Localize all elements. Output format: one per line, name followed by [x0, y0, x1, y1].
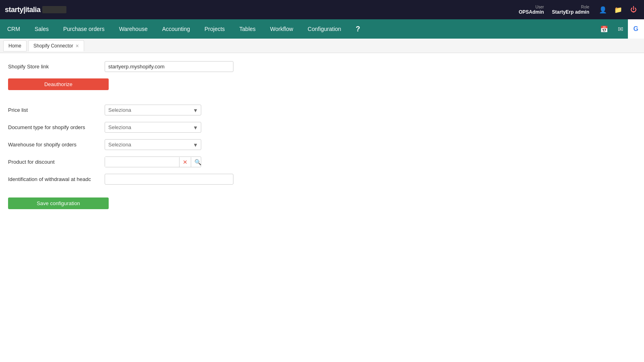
logo-bar — [42, 6, 66, 13]
user-block: User OPSAdmin — [519, 5, 544, 15]
power-icon[interactable]: ⏻ — [628, 4, 639, 15]
shopify-store-field — [105, 61, 233, 72]
tab-shopify-label: Shopify Connector — [33, 43, 73, 49]
price-list-field: Seleziona ▼ — [105, 105, 233, 115]
product-discount-clear-button[interactable]: ✕ — [179, 157, 191, 167]
product-discount-field: ✕ 🔍 — [105, 156, 233, 167]
nav-projects[interactable]: Projects — [197, 19, 232, 39]
content-area: Shopify Store link Deauthorize Price lis… — [0, 53, 644, 217]
nav-tables[interactable]: Tables — [232, 19, 263, 39]
doc-type-select[interactable]: Seleziona — [105, 122, 201, 133]
id-withdrawal-label: Identification of withdrawal at headc — [8, 176, 105, 182]
nav-right: 📅 ✉ G — [595, 19, 644, 39]
role-value: StartyErp admin — [552, 9, 589, 15]
product-discount-wrap: ✕ 🔍 — [105, 156, 201, 167]
nav-warehouse[interactable]: Warehouse — [112, 19, 155, 39]
nav-bar: CRM Sales Purchase orders Warehouse Acco… — [0, 19, 644, 39]
nav-workflow[interactable]: Workflow — [263, 19, 300, 39]
product-discount-input[interactable] — [105, 157, 179, 167]
warehouse-select-wrapper: Seleziona ▼ — [105, 139, 201, 150]
nav-sales[interactable]: Sales — [27, 19, 56, 39]
logo-text: starty|italia — [5, 6, 41, 14]
warehouse-field: Seleziona ▼ — [105, 139, 233, 150]
shopify-store-label: Shopify Store link — [8, 64, 105, 70]
google-icon[interactable]: G — [628, 19, 644, 39]
product-discount-search-button[interactable]: 🔍 — [191, 157, 204, 167]
user-value: OPSAdmin — [519, 9, 544, 15]
doc-type-select-wrapper: Seleziona ▼ — [105, 122, 201, 133]
user-info: User OPSAdmin Role StartyErp admin — [519, 5, 589, 15]
price-list-select-wrapper: Seleziona ▼ — [105, 105, 201, 115]
top-bar: starty|italia User OPSAdmin Role StartyE… — [0, 0, 644, 19]
doc-type-field: Seleziona ▼ — [105, 122, 233, 133]
tab-shopify-connector[interactable]: Shopify Connector × — [28, 40, 84, 51]
nav-right-icons: 📅 ✉ G — [595, 19, 644, 39]
doc-type-label: Document type for shopify orders — [8, 124, 105, 130]
top-bar-left: starty|italia — [5, 6, 66, 14]
nav-accounting[interactable]: Accounting — [155, 19, 197, 39]
nav-configuration[interactable]: Configuration — [300, 19, 348, 39]
shopify-store-row: Shopify Store link — [8, 61, 636, 72]
id-withdrawal-field — [105, 174, 233, 185]
tabs-bar: Home Shopify Connector × — [0, 39, 644, 53]
folder-icon[interactable]: 📁 — [613, 4, 624, 15]
mail-icon[interactable]: ✉ — [613, 19, 628, 39]
tab-home[interactable]: Home — [3, 40, 27, 51]
price-list-label: Price list — [8, 107, 105, 113]
id-withdrawal-row: Identification of withdrawal at headc — [8, 174, 636, 185]
role-label: Role — [581, 5, 589, 9]
tab-shopify-close[interactable]: × — [76, 43, 79, 49]
id-withdrawal-input[interactable] — [105, 174, 233, 185]
nav-help[interactable]: ? — [349, 19, 367, 39]
warehouse-row: Warehouse for shopify orders Seleziona ▼ — [8, 139, 636, 150]
deauthorize-button[interactable]: Deauthorize — [8, 78, 109, 90]
price-list-select[interactable]: Seleziona — [105, 105, 201, 115]
tab-home-label: Home — [8, 43, 21, 49]
shopify-store-input[interactable] — [105, 61, 233, 72]
product-discount-row: Product for discount ✕ 🔍 — [8, 156, 636, 167]
role-block: Role StartyErp admin — [552, 5, 589, 15]
price-list-row: Price list Seleziona ▼ — [8, 105, 636, 115]
nav-purchase-orders[interactable]: Purchase orders — [56, 19, 112, 39]
top-bar-right: User OPSAdmin Role StartyErp admin 👤 📁 ⏻ — [519, 4, 639, 15]
logo[interactable]: starty|italia — [5, 6, 66, 14]
user-label: User — [535, 5, 544, 9]
calendar-icon[interactable]: 📅 — [595, 19, 613, 39]
warehouse-select[interactable]: Seleziona — [105, 139, 201, 150]
doc-type-row: Document type for shopify orders Selezio… — [8, 122, 636, 133]
top-icons: 👤 📁 ⏻ — [597, 4, 639, 15]
nav-crm[interactable]: CRM — [0, 19, 27, 39]
warehouse-label: Warehouse for shopify orders — [8, 142, 105, 148]
save-configuration-button[interactable]: Save configuration — [8, 197, 109, 209]
product-discount-label: Product for discount — [8, 159, 105, 165]
user-icon[interactable]: 👤 — [597, 4, 609, 15]
